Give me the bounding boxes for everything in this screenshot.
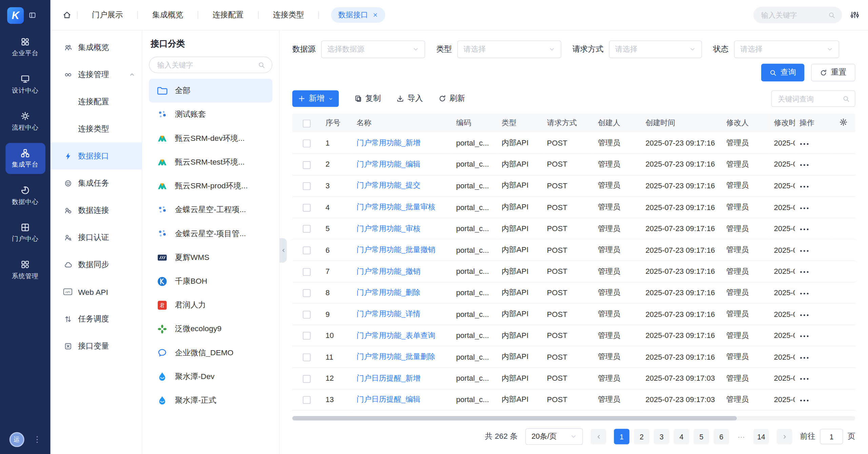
category-item[interactable]: 金蝶云星空-工程项... (149, 198, 272, 222)
nav-tab[interactable]: 连接配置 (198, 10, 258, 20)
category-item[interactable]: 千康BOH (149, 269, 272, 293)
page-button[interactable]: 2 (634, 429, 649, 444)
more-actions-icon[interactable] (800, 270, 809, 274)
more-actions-icon[interactable] (800, 335, 809, 338)
app-nav-item[interactable]: 设计中心 (5, 69, 45, 99)
row-name-link[interactable]: 门户常用功能_表单查询 (356, 331, 435, 339)
row-name-link[interactable]: 门户常用功能_批量审核 (356, 203, 435, 211)
app-nav-item[interactable]: 系统管理 (5, 254, 45, 285)
keyword-search-input[interactable] (777, 94, 839, 103)
row-checkbox[interactable] (303, 204, 311, 212)
page-size-select[interactable]: 20条/页 (525, 428, 583, 445)
panel-collapse-handle[interactable] (280, 238, 287, 263)
module-menu-item[interactable]: 集成概览 (51, 34, 142, 61)
copy-button[interactable]: 复制 (354, 94, 381, 103)
search-icon[interactable] (843, 95, 850, 102)
more-actions-icon[interactable] (800, 206, 809, 210)
module-menu-item[interactable]: 连接类型 (51, 115, 142, 143)
type-select[interactable]: 请选择 (457, 40, 561, 58)
filter-sliders-icon[interactable] (850, 11, 859, 19)
more-actions-icon[interactable] (800, 142, 809, 146)
app-nav-item[interactable]: 流程中心 (5, 106, 45, 137)
row-name-link[interactable]: 门户常用功能_提交 (356, 182, 420, 190)
row-name-link[interactable]: 门户常用功能_审核 (356, 224, 420, 232)
app-nav-item[interactable]: 集成平台 (5, 143, 45, 174)
page-button[interactable]: 4 (674, 429, 689, 444)
category-item[interactable]: 聚水潭-Dev (149, 364, 272, 388)
table-row[interactable]: 8 门户常用功能_删除 portal_c... 内部API POST 管理员 2… (292, 282, 855, 303)
category-item[interactable]: 企业微信_DEMO (149, 341, 272, 364)
more-actions-icon[interactable] (800, 185, 809, 188)
category-item[interactable]: 甄云SRM-prod环境... (149, 174, 272, 198)
row-checkbox[interactable] (303, 268, 311, 276)
nav-tab-active[interactable]: 数据接口 (331, 7, 385, 23)
table-row[interactable]: 2 门户常用功能_编辑 portal_c... 内部API POST 管理员 2… (292, 154, 855, 175)
table-row[interactable]: 3 门户常用功能_提交 portal_c... 内部API POST 管理员 2… (292, 175, 855, 196)
table-row[interactable]: 7 门户常用功能_撤销 portal_c... 内部API POST 管理员 2… (292, 261, 855, 282)
panel-toggle-icon[interactable] (29, 12, 36, 19)
more-actions-icon[interactable] (800, 292, 809, 295)
module-menu-item[interactable]: 数据连接 (51, 197, 142, 224)
status-select[interactable]: 请选择 (734, 40, 839, 58)
table-row[interactable]: 1 门户常用功能_新增 portal_c... 内部API POST 管理员 2… (292, 132, 855, 154)
row-name-link[interactable]: 门户常用功能_撤销 (356, 267, 420, 275)
row-checkbox[interactable] (303, 139, 311, 147)
table-row[interactable]: 11 门户常用功能_批量删除 portal_c... 内部API POST 管理… (292, 346, 855, 367)
home-icon[interactable] (62, 11, 71, 19)
row-checkbox[interactable] (303, 354, 311, 361)
table-row[interactable]: 12 门户日历提醒_新增 portal_c... 内部API POST 管理员 … (292, 367, 855, 389)
row-checkbox[interactable] (303, 161, 311, 169)
select-all-checkbox[interactable] (303, 119, 311, 127)
module-menu-item[interactable]: 任务调度 (51, 305, 142, 333)
page-button[interactable]: 5 (694, 429, 709, 444)
table-row[interactable]: 5 门户常用功能_审核 portal_c... 内部API POST 管理员 2… (292, 218, 855, 239)
row-checkbox[interactable] (303, 375, 311, 383)
close-icon[interactable] (373, 12, 378, 18)
row-checkbox[interactable] (303, 332, 311, 340)
page-button[interactable]: 1 (614, 429, 630, 444)
category-item[interactable]: 金蝶云星空-项目管... (149, 222, 272, 245)
more-actions-icon[interactable] (800, 377, 809, 381)
more-actions-icon[interactable] (800, 356, 809, 359)
app-nav-item[interactable]: 企业平台 (5, 32, 45, 62)
row-name-link[interactable]: 门户常用功能_新增 (356, 138, 420, 147)
nav-tab[interactable]: 连接类型 (258, 10, 318, 20)
module-menu-item[interactable]: API Web API (51, 278, 142, 305)
global-search-input[interactable] (760, 10, 824, 20)
page-button[interactable]: 3 (654, 429, 669, 444)
app-nav-item[interactable]: 门户中心 (5, 217, 45, 248)
row-name-link[interactable]: 门户常用功能_详情 (356, 310, 420, 318)
row-name-link[interactable]: 门户常用功能_批量撤销 (356, 246, 435, 254)
module-menu-item[interactable]: 连接管理 (51, 61, 142, 88)
category-item[interactable]: 测试账套 (149, 102, 272, 126)
more-actions-icon[interactable] (800, 313, 809, 317)
row-checkbox[interactable] (303, 182, 311, 190)
more-actions-icon[interactable] (800, 249, 809, 252)
import-button[interactable]: 导入 (396, 94, 423, 103)
app-nav-item[interactable]: 数据中心 (5, 180, 45, 211)
page-button[interactable]: 14 (753, 429, 769, 444)
row-name-link[interactable]: 门户日历提醒_新增 (356, 374, 420, 382)
category-item[interactable]: 君 君润人力 (149, 293, 272, 317)
next-page-button[interactable] (777, 429, 792, 444)
more-actions-icon[interactable] (800, 399, 809, 402)
page-button[interactable]: ··· (733, 429, 749, 444)
table-row[interactable]: 9 门户常用功能_详情 portal_c... 内部API POST 管理员 2… (292, 303, 855, 325)
search-icon[interactable] (258, 61, 265, 68)
gear-icon[interactable] (839, 118, 847, 126)
row-name-link[interactable]: 门户日历提醒_编辑 (356, 395, 420, 403)
row-checkbox[interactable] (303, 289, 311, 297)
table-row[interactable]: 4 门户常用功能_批量审核 portal_c... 内部API POST 管理员… (292, 196, 855, 218)
more-menu-icon[interactable]: ⋮ (33, 434, 41, 444)
module-menu-item[interactable]: 接口认证 (51, 224, 142, 251)
category-search-input[interactable] (156, 60, 253, 70)
reset-button[interactable]: 重置 (811, 64, 855, 81)
table-row[interactable]: 6 门户常用功能_批量撤销 portal_c... 内部API POST 管理员… (292, 239, 855, 261)
row-name-link[interactable]: 门户常用功能_编辑 (356, 160, 420, 168)
scrollbar-thumb[interactable] (292, 416, 737, 421)
query-button[interactable]: 查询 (761, 64, 804, 81)
category-item[interactable]: 泛微ecology9 (149, 317, 272, 341)
more-actions-icon[interactable] (800, 164, 809, 167)
method-select[interactable]: 请选择 (609, 40, 702, 58)
category-item[interactable]: 甄云SRM-test环境... (149, 150, 272, 174)
